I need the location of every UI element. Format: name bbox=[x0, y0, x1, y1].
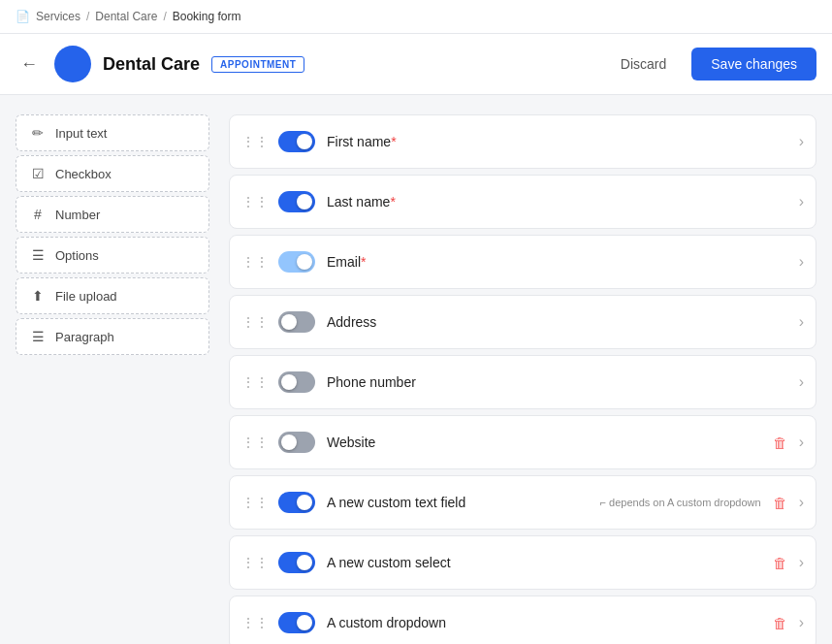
breadcrumb-current: Booking form bbox=[173, 10, 241, 23]
header-left: ← Dental Care APPOINTMENT bbox=[16, 46, 304, 82]
field-actions-last-name: › bbox=[799, 193, 804, 210]
field-actions-address: › bbox=[799, 313, 804, 331]
field-actions-email: › bbox=[799, 253, 804, 271]
delete-button-custom-dropdown[interactable]: 🗑 bbox=[769, 611, 791, 635]
sidebar-item-checkbox[interactable]: ☑Checkbox bbox=[16, 155, 209, 192]
toggle-custom-select[interactable] bbox=[278, 552, 315, 573]
input-text-icon: ✏ bbox=[30, 125, 46, 141]
sidebar-item-file-upload[interactable]: ⬆File upload bbox=[16, 277, 209, 314]
field-label-website: Website bbox=[327, 435, 761, 450]
field-row-first-name[interactable]: ⋮⋮First name*› bbox=[229, 114, 816, 169]
sidebar-label-number: Number bbox=[55, 208, 100, 222]
breadcrumb-sep2: / bbox=[163, 10, 166, 23]
toggle-website[interactable] bbox=[278, 432, 315, 453]
options-icon: ☰ bbox=[30, 247, 46, 263]
checkbox-icon: ☑ bbox=[30, 166, 46, 181]
sidebar-item-options[interactable]: ☰Options bbox=[16, 237, 209, 274]
drag-handle-icon[interactable]: ⋮⋮ bbox=[241, 374, 269, 390]
chevron-right-icon[interactable]: › bbox=[799, 193, 804, 210]
field-label-custom-text-field: A new custom text field bbox=[327, 495, 592, 510]
required-star: * bbox=[391, 134, 396, 149]
breadcrumb-sep1: / bbox=[86, 10, 89, 23]
field-actions-first-name: › bbox=[799, 133, 804, 150]
sidebar-label-options: Options bbox=[55, 248, 99, 263]
field-row-address[interactable]: ⋮⋮Address› bbox=[229, 295, 816, 349]
back-button[interactable]: ← bbox=[16, 50, 43, 78]
header-right: Discard Save changes bbox=[607, 48, 816, 80]
field-actions-custom-select: 🗑› bbox=[769, 551, 804, 575]
number-icon: # bbox=[30, 207, 46, 222]
field-label-address: Address bbox=[327, 314, 791, 330]
sidebar-label-paragraph: Paragraph bbox=[55, 330, 114, 344]
chevron-right-icon[interactable]: › bbox=[799, 554, 804, 571]
discard-button[interactable]: Discard bbox=[607, 48, 680, 80]
toggle-email[interactable] bbox=[278, 251, 315, 273]
chevron-right-icon[interactable]: › bbox=[799, 133, 804, 150]
sidebar-item-paragraph[interactable]: ☰Paragraph bbox=[16, 318, 209, 355]
sidebar: ✏Input text☑Checkbox#Number☰Options⬆File… bbox=[16, 114, 209, 644]
delete-button-custom-text-field[interactable]: 🗑 bbox=[769, 491, 791, 515]
field-label-custom-dropdown: A custom dropdown bbox=[327, 615, 761, 630]
field-actions-custom-text-field: 🗑› bbox=[769, 491, 804, 515]
chevron-right-icon[interactable]: › bbox=[799, 253, 804, 271]
field-label-email: Email* bbox=[327, 254, 791, 270]
required-star: * bbox=[361, 254, 366, 270]
sidebar-label-checkbox: Checkbox bbox=[55, 167, 112, 181]
appointment-badge: APPOINTMENT bbox=[211, 56, 304, 73]
toggle-address[interactable] bbox=[278, 311, 315, 333]
paragraph-icon: ☰ bbox=[30, 329, 46, 344]
drag-handle-icon[interactable]: ⋮⋮ bbox=[241, 615, 269, 630]
field-actions-custom-dropdown: 🗑› bbox=[769, 611, 804, 635]
chevron-right-icon[interactable]: › bbox=[799, 614, 804, 631]
save-button[interactable]: Save changes bbox=[691, 48, 816, 80]
chevron-right-icon[interactable]: › bbox=[799, 494, 804, 511]
drag-handle-icon[interactable]: ⋮⋮ bbox=[241, 555, 269, 570]
fields-area: ⋮⋮First name*›⋮⋮Last name*›⋮⋮Email*›⋮⋮Ad… bbox=[229, 114, 816, 644]
field-label-custom-select: A new custom select bbox=[327, 555, 761, 570]
required-star: * bbox=[390, 194, 395, 209]
field-row-website[interactable]: ⋮⋮Website🗑› bbox=[229, 415, 816, 469]
avatar bbox=[54, 46, 91, 82]
toggle-custom-dropdown[interactable] bbox=[278, 612, 315, 633]
drag-handle-icon[interactable]: ⋮⋮ bbox=[241, 314, 269, 330]
field-row-email[interactable]: ⋮⋮Email*› bbox=[229, 235, 816, 289]
drag-handle-icon[interactable]: ⋮⋮ bbox=[241, 495, 269, 510]
drag-handle-icon[interactable]: ⋮⋮ bbox=[241, 194, 269, 209]
field-label-last-name: Last name* bbox=[327, 194, 791, 209]
file-upload-icon: ⬆ bbox=[30, 288, 46, 304]
depends-badge: ⌐ depends on A custom dropdown bbox=[600, 497, 761, 508]
drag-handle-icon[interactable]: ⋮⋮ bbox=[241, 134, 269, 149]
chevron-right-icon[interactable]: › bbox=[799, 434, 804, 451]
field-label-phone-number: Phone number bbox=[327, 374, 791, 390]
chevron-right-icon[interactable]: › bbox=[799, 313, 804, 331]
breadcrumb: 📄 Services / Dental Care / Booking form bbox=[0, 0, 832, 34]
breadcrumb-dental[interactable]: Dental Care bbox=[95, 10, 157, 23]
delete-button-website[interactable]: 🗑 bbox=[769, 431, 791, 455]
chevron-right-icon[interactable]: › bbox=[799, 373, 804, 391]
field-row-custom-dropdown[interactable]: ⋮⋮A custom dropdown🗑› bbox=[229, 596, 816, 644]
sidebar-label-input-text: Input text bbox=[55, 126, 107, 141]
toggle-first-name[interactable] bbox=[278, 131, 315, 152]
toggle-phone-number[interactable] bbox=[278, 371, 315, 393]
field-row-custom-select[interactable]: ⋮⋮A new custom select🗑› bbox=[229, 535, 816, 590]
toggle-last-name[interactable] bbox=[278, 191, 315, 212]
field-actions-website: 🗑› bbox=[769, 431, 804, 455]
sidebar-item-input-text[interactable]: ✏Input text bbox=[16, 114, 209, 151]
sidebar-label-file-upload: File upload bbox=[55, 289, 117, 304]
page-title: Dental Care bbox=[103, 54, 200, 75]
breadcrumb-services[interactable]: Services bbox=[36, 10, 80, 23]
header: ← Dental Care APPOINTMENT Discard Save c… bbox=[0, 34, 832, 95]
delete-button-custom-select[interactable]: 🗑 bbox=[769, 551, 791, 575]
sidebar-item-number[interactable]: #Number bbox=[16, 196, 209, 233]
main-content: ✏Input text☑Checkbox#Number☰Options⬆File… bbox=[0, 95, 832, 644]
drag-handle-icon[interactable]: ⋮⋮ bbox=[241, 254, 269, 270]
field-row-phone-number[interactable]: ⋮⋮Phone number› bbox=[229, 355, 816, 409]
field-actions-phone-number: › bbox=[799, 373, 804, 391]
toggle-custom-text-field[interactable] bbox=[278, 492, 315, 513]
breadcrumb-icon: 📄 bbox=[16, 10, 30, 23]
field-row-custom-text-field[interactable]: ⋮⋮A new custom text field⌐ depends on A … bbox=[229, 475, 816, 530]
field-label-first-name: First name* bbox=[327, 134, 791, 149]
field-row-last-name[interactable]: ⋮⋮Last name*› bbox=[229, 175, 816, 229]
drag-handle-icon[interactable]: ⋮⋮ bbox=[241, 435, 269, 450]
